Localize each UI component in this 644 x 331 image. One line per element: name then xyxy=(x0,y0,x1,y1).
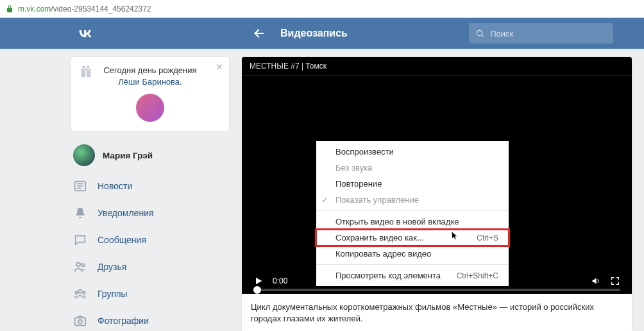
url-path: /video-29534144_456242372 xyxy=(51,4,151,13)
fullscreen-icon[interactable] xyxy=(610,276,620,286)
volume-icon[interactable] xyxy=(591,276,601,286)
search-input[interactable] xyxy=(490,29,607,38)
gift-icon xyxy=(79,65,93,79)
birthday-card: Сегодня день рождения Лёши Баринова. xyxy=(71,56,230,132)
progress-bar[interactable] xyxy=(253,289,620,291)
camera-icon xyxy=(73,314,87,328)
profile-row[interactable]: Мария Грэй xyxy=(71,140,230,173)
svg-point-3 xyxy=(81,264,84,266)
current-time: 0:00 xyxy=(273,276,287,285)
browser-address-bar[interactable]: m.vk.com/video-29534144_456242372 xyxy=(0,0,644,18)
search-icon xyxy=(475,28,484,38)
friends-icon xyxy=(73,260,87,274)
bell-icon xyxy=(73,206,87,220)
nav-messages[interactable]: Сообщения xyxy=(71,226,230,253)
ctx-mute: Без звука xyxy=(316,160,509,176)
lock-icon xyxy=(5,4,14,13)
check-icon: ✓ xyxy=(321,196,328,205)
video-player[interactable]: Воспроизвести Без звука Повторение ✓Пока… xyxy=(242,76,632,294)
birthday-person-link[interactable]: Лёши Баринова xyxy=(118,77,180,87)
player-controls: 0:00 xyxy=(242,276,632,286)
ctx-play[interactable]: Воспроизвести xyxy=(316,144,509,160)
ctx-loop[interactable]: Повторение xyxy=(316,176,509,192)
birthday-avatar[interactable] xyxy=(136,94,164,122)
cursor-icon xyxy=(451,231,460,241)
birthday-period: . xyxy=(180,77,182,87)
groups-icon xyxy=(73,287,87,301)
ctx-copy-address[interactable]: Копировать адрес видео xyxy=(316,246,509,262)
svg-point-8 xyxy=(78,320,82,324)
ctx-show-controls: ✓Показать управление xyxy=(316,192,509,208)
ctx-save-as[interactable]: Сохранить видео как... Ctrl+S xyxy=(316,230,509,246)
close-icon[interactable] xyxy=(215,62,224,71)
video-title: МЕСТНЫЕ #7 | Томск xyxy=(242,57,632,76)
vk-header: Видеозапись xyxy=(0,18,644,49)
nav-photos-label: Фотографии xyxy=(97,316,149,326)
svg-point-2 xyxy=(76,262,80,266)
nav-friends-label: Друзья xyxy=(97,262,126,272)
nav-news[interactable]: Новости xyxy=(71,173,230,199)
birthday-line1: Сегодня день рождения xyxy=(103,65,196,75)
svg-point-4 xyxy=(78,290,82,294)
page-title: Видеозапись xyxy=(280,28,348,39)
video-description: Цикл документальных короткометражных фил… xyxy=(242,294,632,331)
nav-groups-label: Группы xyxy=(97,289,128,299)
svg-point-5 xyxy=(75,291,78,294)
video-card: МЕСТНЫЕ #7 | Томск Воспроизвести Без зву… xyxy=(241,56,632,331)
news-icon xyxy=(73,179,87,193)
play-icon[interactable] xyxy=(253,276,264,286)
nav-photos[interactable]: Фотографии xyxy=(71,307,230,331)
ctx-open-new-tab[interactable]: Открыть видео в новой вкладке xyxy=(316,214,509,230)
nav-notifications[interactable]: Уведомления xyxy=(71,199,230,226)
message-icon xyxy=(73,233,87,247)
back-arrow-icon[interactable] xyxy=(252,26,266,40)
svg-point-0 xyxy=(477,30,482,35)
nav-notifications-label: Уведомления xyxy=(97,208,154,218)
search-box[interactable] xyxy=(469,23,613,44)
profile-avatar xyxy=(73,144,95,166)
svg-rect-7 xyxy=(75,318,86,326)
svg-point-6 xyxy=(83,291,85,294)
nav-groups[interactable]: Группы xyxy=(71,280,230,307)
sidebar-nav: Новости Уведомления Сообщения Друзья Гру… xyxy=(71,173,230,331)
vk-logo-icon[interactable] xyxy=(76,24,95,43)
menu-separator xyxy=(316,210,509,211)
nav-friends[interactable]: Друзья xyxy=(71,253,230,280)
nav-news-label: Новости xyxy=(97,181,132,191)
url-domain: m.vk.com xyxy=(18,4,51,13)
profile-name: Мария Грэй xyxy=(103,151,153,160)
context-menu: Воспроизвести Без звука Повторение ✓Пока… xyxy=(316,141,509,286)
nav-messages-label: Сообщения xyxy=(97,235,146,245)
menu-separator xyxy=(316,264,509,265)
